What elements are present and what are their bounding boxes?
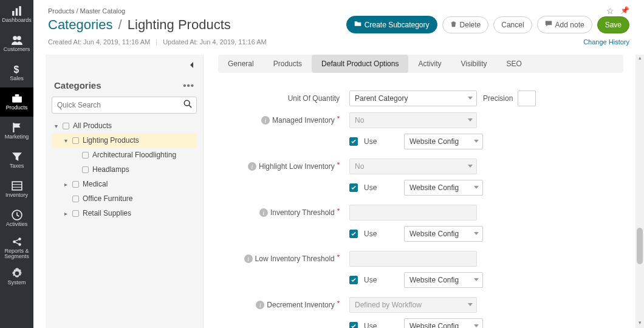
select-use-source[interactable]: Website Config bbox=[404, 272, 483, 288]
quick-search-input[interactable] bbox=[52, 97, 197, 114]
info-icon[interactable]: i bbox=[261, 116, 270, 125]
select-unit-of-quantity[interactable]: Parent Category bbox=[349, 91, 477, 106]
tree-node-arch-flood[interactable]: Architectural Floodlighting bbox=[52, 148, 197, 162]
create-subcategory-button[interactable]: Create Subcategory bbox=[346, 16, 437, 33]
breadcrumb-root[interactable]: Products bbox=[48, 7, 74, 15]
nav-taxes[interactable]: Taxes bbox=[0, 146, 33, 175]
search-icon[interactable] bbox=[183, 100, 192, 110]
checkbox[interactable] bbox=[82, 166, 89, 173]
star-icon[interactable]: ☆ bbox=[606, 6, 614, 16]
svg-line-17 bbox=[189, 105, 191, 108]
use-row-managed-inventory: Use Website Config bbox=[349, 131, 637, 155]
flag-icon bbox=[12, 122, 22, 133]
use-checkbox[interactable] bbox=[349, 276, 358, 284]
add-note-button[interactable]: Add note bbox=[537, 16, 592, 33]
delete-button[interactable]: Delete bbox=[442, 16, 489, 33]
nav-activities[interactable]: Activities bbox=[0, 204, 33, 233]
tab-bar: General Products Default Product Options… bbox=[218, 55, 623, 73]
tree-node-lighting-products[interactable]: ▾ Lighting Products bbox=[52, 133, 197, 148]
label-managed-inventory: Managed Inventory bbox=[272, 116, 335, 125]
use-label: Use bbox=[364, 230, 398, 238]
label-precision: Precision bbox=[483, 94, 513, 103]
use-label: Use bbox=[364, 137, 398, 146]
row-low-inventory-threshold: i Low Inventory Threshold * bbox=[218, 248, 637, 270]
input-precision[interactable] bbox=[518, 91, 536, 106]
chevron-down-icon[interactable]: ▾ bbox=[63, 137, 69, 144]
cancel-button[interactable]: Cancel bbox=[493, 16, 532, 33]
info-icon[interactable]: i bbox=[259, 208, 268, 217]
bar-chart-icon bbox=[12, 5, 22, 16]
categories-side-panel: Categories ••• ▾ All Products ▾ Lighting… bbox=[46, 55, 204, 328]
use-row-inventory-threshold: Use Website Config bbox=[349, 224, 637, 248]
use-checkbox[interactable] bbox=[349, 137, 358, 146]
use-checkbox[interactable] bbox=[349, 322, 358, 328]
svg-text:$: $ bbox=[13, 64, 19, 75]
nav-products[interactable]: Products bbox=[0, 87, 33, 117]
info-icon[interactable]: i bbox=[244, 255, 253, 263]
checkbox[interactable] bbox=[72, 181, 79, 188]
save-button[interactable]: Save bbox=[597, 16, 629, 33]
chevron-right-icon[interactable]: ▸ bbox=[63, 210, 69, 217]
nav-inventory[interactable]: Inventory bbox=[0, 175, 33, 204]
more-menu-icon[interactable]: ••• bbox=[183, 80, 194, 91]
tree-node-all-products[interactable]: ▾ All Products bbox=[52, 118, 197, 133]
checkbox[interactable] bbox=[82, 152, 89, 159]
use-row-highlight-low-inventory: Use Website Config bbox=[349, 177, 637, 202]
svg-rect-1 bbox=[15, 9, 17, 16]
pin-icon[interactable]: 📌 bbox=[620, 6, 629, 16]
title-parent-link[interactable]: Categories bbox=[48, 17, 112, 32]
chevron-down-icon[interactable]: ▾ bbox=[53, 123, 59, 129]
use-checkbox[interactable] bbox=[349, 183, 358, 192]
tree-label: Architectural Floodlighting bbox=[92, 151, 196, 159]
nav-label: Inventory bbox=[4, 193, 29, 198]
nav-customers[interactable]: Customers bbox=[0, 29, 33, 58]
tab-seo[interactable]: SEO bbox=[497, 55, 532, 73]
quick-search bbox=[52, 97, 197, 114]
breadcrumb-current: Master Catalog bbox=[80, 7, 126, 15]
use-checkbox[interactable] bbox=[349, 230, 358, 238]
nav-system[interactable]: System bbox=[0, 262, 33, 292]
use-label: Use bbox=[364, 322, 398, 328]
updated-at-text: Updated At: Jun 4, 2019, 11:16 AM bbox=[163, 38, 267, 46]
tab-default-product-options[interactable]: Default Product Options bbox=[312, 55, 408, 73]
tree-node-headlamps[interactable]: Headlamps bbox=[52, 162, 197, 177]
select-use-source[interactable]: Website Config bbox=[404, 134, 483, 149]
select-use-source[interactable]: Website Config bbox=[404, 318, 483, 328]
info-icon[interactable]: i bbox=[256, 301, 264, 309]
checkbox[interactable] bbox=[72, 137, 79, 144]
collapse-panel-icon[interactable] bbox=[187, 60, 197, 72]
nav-reports-segments[interactable]: Reports & Segments bbox=[0, 233, 33, 262]
change-history-link[interactable]: Change History bbox=[583, 38, 629, 46]
title-row: Categories / Lighting Products Create Su… bbox=[33, 16, 644, 38]
checkbox[interactable] bbox=[72, 196, 79, 202]
input-low-inventory-threshold bbox=[349, 251, 477, 267]
nav-label: System bbox=[6, 280, 27, 285]
nav-sales[interactable]: $ Sales bbox=[0, 58, 33, 87]
tab-activity[interactable]: Activity bbox=[408, 55, 451, 73]
row-inventory-threshold: i Inventory Threshold * bbox=[218, 202, 637, 224]
nav-dashboards[interactable]: Dashboards bbox=[0, 0, 33, 29]
tree-node-office-furniture[interactable]: Office Furniture bbox=[52, 191, 197, 206]
select-use-source[interactable]: Website Config bbox=[404, 226, 483, 242]
select-decrement-inventory: Defined by Workflow bbox=[349, 297, 477, 313]
body-columns: Categories ••• ▾ All Products ▾ Lighting… bbox=[33, 55, 644, 328]
select-use-source[interactable]: Website Config bbox=[404, 180, 483, 196]
scrollbar-thumb[interactable] bbox=[637, 228, 643, 264]
tab-products[interactable]: Products bbox=[264, 55, 312, 73]
info-icon[interactable]: i bbox=[248, 162, 256, 171]
checkbox[interactable] bbox=[72, 210, 79, 217]
vertical-scrollbar[interactable]: ▴ ▾ bbox=[635, 55, 644, 328]
tab-visibility[interactable]: Visibility bbox=[451, 55, 496, 73]
nav-label: Sales bbox=[9, 76, 25, 81]
side-panel-heading-row: Categories ••• bbox=[52, 77, 197, 97]
tab-general[interactable]: General bbox=[218, 55, 264, 73]
chevron-right-icon[interactable]: ▸ bbox=[63, 181, 69, 188]
tree-node-retail-supplies[interactable]: ▸ Retail Supplies bbox=[52, 206, 197, 220]
tree-node-medical[interactable]: ▸ Medical bbox=[52, 177, 197, 191]
clock-icon bbox=[12, 210, 22, 220]
checkbox[interactable] bbox=[63, 123, 69, 129]
row-managed-inventory: i Managed Inventory * No bbox=[218, 109, 637, 131]
required-marker: * bbox=[337, 161, 340, 168]
nav-marketing[interactable]: Marketing bbox=[0, 117, 33, 146]
page-pin-icons: ☆ 📌 bbox=[606, 6, 629, 16]
